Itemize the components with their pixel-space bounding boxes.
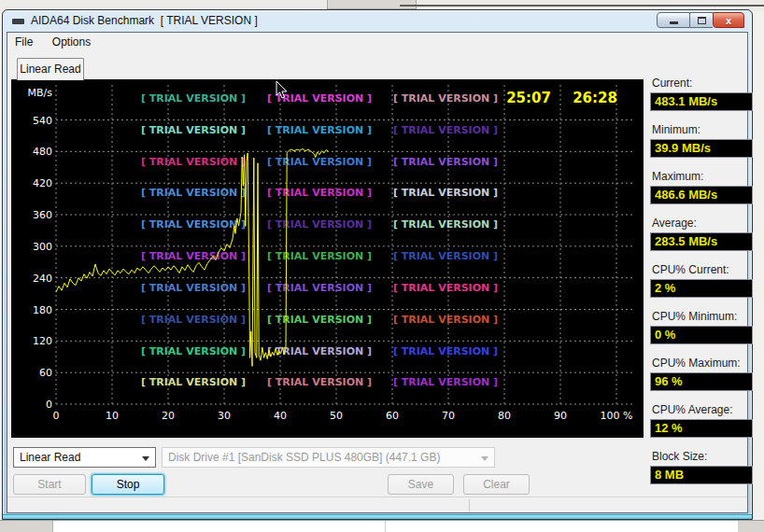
svg-text:[ TRIAL VERSION ]: [ TRIAL VERSION ] xyxy=(141,376,246,388)
tab-linear-read[interactable]: Linear Read xyxy=(17,58,84,80)
svg-text:[ TRIAL VERSION ]: [ TRIAL VERSION ] xyxy=(267,250,372,262)
client-area: File Options Linear Read MB/s54048042036… xyxy=(7,32,748,513)
svg-text:[ TRIAL VERSION ]: [ TRIAL VERSION ] xyxy=(267,124,372,136)
svg-text:[ TRIAL VERSION ]: [ TRIAL VERSION ] xyxy=(393,218,498,231)
title-bar[interactable]: AIDA64 Disk Benchmark [ TRIAL VERSION ] … xyxy=(3,10,752,32)
svg-text:[ TRIAL VERSION ]: [ TRIAL VERSION ] xyxy=(141,282,246,294)
svg-text:[ TRIAL VERSION ]: [ TRIAL VERSION ] xyxy=(267,314,372,326)
stat-label: Minimum: xyxy=(650,123,755,136)
svg-text:60: 60 xyxy=(39,367,52,379)
stat-cpu-average: CPU% Average: 12 % xyxy=(650,403,755,438)
stat-value: 12 % xyxy=(650,419,753,438)
stat-label: CPU% Maximum: xyxy=(650,357,755,370)
svg-text:[ TRIAL VERSION ]: [ TRIAL VERSION ] xyxy=(141,156,246,168)
svg-text:180: 180 xyxy=(33,304,52,316)
save-button[interactable]: Save xyxy=(388,474,454,495)
svg-text:[ TRIAL VERSION ]: [ TRIAL VERSION ] xyxy=(393,282,498,294)
stat-value: 283.5 MB/s xyxy=(650,232,753,251)
stat-value: 0 % xyxy=(650,326,753,344)
start-button[interactable]: Start xyxy=(13,474,86,495)
mouse-cursor xyxy=(276,81,289,100)
menu-bar: File Options xyxy=(7,33,747,50)
svg-text:[ TRIAL VERSION ]: [ TRIAL VERSION ] xyxy=(393,156,498,168)
stat-label: Block Size: xyxy=(650,450,755,463)
svg-text:[ TRIAL VERSION ]: [ TRIAL VERSION ] xyxy=(393,187,498,199)
benchmark-chart: MB/s540480420360300240180120600010203040… xyxy=(11,79,644,438)
status-bar-divider xyxy=(469,499,470,511)
svg-text:[ TRIAL VERSION ]: [ TRIAL VERSION ] xyxy=(393,345,498,357)
svg-text:[ TRIAL VERSION ]: [ TRIAL VERSION ] xyxy=(141,250,246,262)
svg-text:26:28: 26:28 xyxy=(573,90,617,106)
stat-current: Current: 483.1 MB/s xyxy=(650,77,755,111)
svg-text:[ TRIAL VERSION ]: [ TRIAL VERSION ] xyxy=(393,92,498,105)
svg-text:25:07: 25:07 xyxy=(506,90,551,106)
svg-text:540: 540 xyxy=(33,115,52,127)
svg-text:30: 30 xyxy=(218,410,231,422)
clear-button[interactable]: Clear xyxy=(463,474,530,495)
close-button[interactable]: x xyxy=(713,12,744,28)
svg-text:[ TRIAL VERSION ]: [ TRIAL VERSION ] xyxy=(141,345,246,357)
minimize-button[interactable] xyxy=(657,12,690,28)
stat-value: 486.6 MB/s xyxy=(650,186,753,204)
benchmark-type-value: Linear Read xyxy=(20,451,80,464)
svg-text:[ TRIAL VERSION ]: [ TRIAL VERSION ] xyxy=(267,345,372,357)
stat-value: 39.9 MB/s xyxy=(650,139,753,158)
svg-text:70: 70 xyxy=(442,410,455,422)
svg-text:480: 480 xyxy=(33,146,52,158)
target-drive-select[interactable]: Disk Drive #1 [SanDisk SSD PLUS 480GB] (… xyxy=(162,447,495,468)
stat-average: Average: 283.5 MB/s xyxy=(650,217,755,251)
close-icon: x xyxy=(726,15,731,26)
stop-button[interactable]: Stop xyxy=(92,474,164,495)
stat-cpu-maximum: CPU% Maximum: 96 % xyxy=(650,357,755,391)
window-title: AIDA64 Disk Benchmark [ TRIAL VERSION ] xyxy=(31,14,258,27)
svg-text:[ TRIAL VERSION ]: [ TRIAL VERSION ] xyxy=(141,124,246,136)
benchmark-type-select[interactable]: Linear Read xyxy=(13,447,156,468)
background-bottom-right xyxy=(738,521,764,532)
svg-text:[ TRIAL VERSION ]: [ TRIAL VERSION ] xyxy=(141,218,246,231)
svg-text:10: 10 xyxy=(106,410,119,422)
minimize-icon xyxy=(670,21,678,24)
svg-text:420: 420 xyxy=(33,177,52,189)
window-bottom-border xyxy=(3,514,752,519)
svg-text:[ TRIAL VERSION ]: [ TRIAL VERSION ] xyxy=(141,92,246,105)
stat-label: CPU% Current: xyxy=(650,263,755,276)
svg-text:[ TRIAL VERSION ]: [ TRIAL VERSION ] xyxy=(141,187,246,199)
stat-label: Average: xyxy=(650,217,755,230)
svg-text:[ TRIAL VERSION ]: [ TRIAL VERSION ] xyxy=(267,156,372,168)
svg-text:[ TRIAL VERSION ]: [ TRIAL VERSION ] xyxy=(393,250,498,262)
background-bottom-tab xyxy=(0,521,53,532)
svg-text:300: 300 xyxy=(33,241,52,253)
menu-options[interactable]: Options xyxy=(45,34,98,50)
svg-text:20: 20 xyxy=(162,410,175,422)
stat-block-size: Block Size: 8 MB xyxy=(650,450,755,484)
maximize-button[interactable] xyxy=(690,12,713,28)
stat-label: Maximum: xyxy=(650,170,755,183)
stat-value: 2 % xyxy=(650,279,753,298)
svg-text:[ TRIAL VERSION ]: [ TRIAL VERSION ] xyxy=(267,282,372,294)
maximize-icon xyxy=(698,17,706,24)
benchmark-chart-panel: MB/s540480420360300240180120600010203040… xyxy=(11,79,644,438)
svg-text:50: 50 xyxy=(330,410,343,422)
chevron-down-icon xyxy=(481,456,488,461)
stat-label: Current: xyxy=(650,77,755,90)
svg-text:0: 0 xyxy=(53,410,60,422)
svg-text:MB/s: MB/s xyxy=(28,87,53,99)
stat-value: 96 % xyxy=(650,372,753,391)
stat-cpu-minimum: CPU% Minimum: 0 % xyxy=(650,310,755,344)
svg-text:[ TRIAL VERSION ]: [ TRIAL VERSION ] xyxy=(267,187,372,199)
stat-maximum: Maximum: 486.6 MB/s xyxy=(650,170,755,204)
svg-text:90: 90 xyxy=(554,410,567,422)
stats-panel: Current: 483.1 MB/s Minimum: 39.9 MB/s M… xyxy=(650,77,755,497)
svg-text:0: 0 xyxy=(46,399,52,411)
svg-text:80: 80 xyxy=(498,410,511,422)
stat-value: 483.1 MB/s xyxy=(650,92,753,111)
svg-text:[ TRIAL VERSION ]: [ TRIAL VERSION ] xyxy=(393,124,498,136)
svg-text:[ TRIAL VERSION ]: [ TRIAL VERSION ] xyxy=(267,376,372,388)
svg-text:60: 60 xyxy=(386,410,399,422)
svg-text:[ TRIAL VERSION ]: [ TRIAL VERSION ] xyxy=(141,314,246,326)
menu-file[interactable]: File xyxy=(7,34,40,50)
target-drive-value: Disk Drive #1 [SanDisk SSD PLUS 480GB] (… xyxy=(168,451,440,464)
stat-label: CPU% Minimum: xyxy=(650,310,755,323)
app-icon xyxy=(12,19,24,24)
stat-minimum: Minimum: 39.9 MB/s xyxy=(650,123,755,158)
